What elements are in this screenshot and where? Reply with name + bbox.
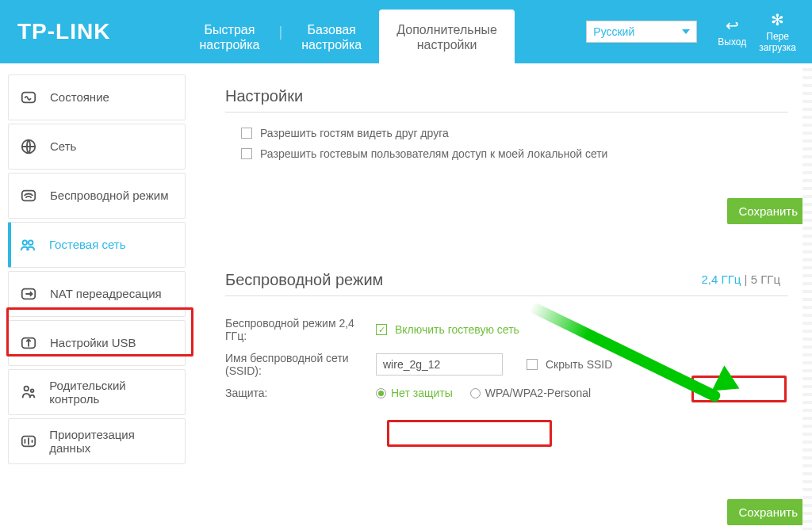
logout-icon: ↩ <box>718 16 746 35</box>
tab-separator: | <box>277 24 284 40</box>
nat-icon <box>18 284 39 304</box>
content-area: Настройки Разрешить гостям видеть друг д… <box>193 63 812 530</box>
sidebar: Состояние Сеть Беспроводной режим Гостев… <box>0 63 193 530</box>
svg-point-4 <box>29 241 33 246</box>
main-tabs: Быстрая настройка | Базовая настройка До… <box>182 0 572 63</box>
globe-icon <box>18 136 39 157</box>
sidebar-item-nat[interactable]: NAT переадресация <box>8 271 186 317</box>
radio-checked-icon <box>376 388 386 398</box>
wireless-24-label: Беспроводной режим 2,4 ГГц: <box>225 317 376 342</box>
svg-rect-0 <box>22 93 36 103</box>
hide-ssid-checkbox[interactable]: Скрыть SSID <box>527 358 612 371</box>
svg-point-8 <box>30 389 33 392</box>
top-header: TP-LINK Быстрая настройка | Базовая наст… <box>0 0 812 63</box>
freq-24-tab[interactable]: 2,4 ГГц <box>702 273 741 286</box>
tab-basic-setup[interactable]: Базовая настройка <box>284 10 379 63</box>
radio-icon <box>470 388 481 398</box>
reboot-icon: ✻ <box>759 10 796 29</box>
sidebar-item-network[interactable]: Сеть <box>8 124 186 170</box>
sidebar-item-qos[interactable]: Приоритезация данных <box>8 418 186 464</box>
allow-guests-see-checkbox[interactable]: Разрешить гостям видеть друг друга <box>241 127 788 139</box>
logout-button[interactable]: ↩ Выход <box>718 16 746 48</box>
tab-quick-setup[interactable]: Быстрая настройка <box>182 10 277 63</box>
parental-icon <box>18 382 38 402</box>
enable-guest-checkbox[interactable]: ✓ Включить гостевую сеть <box>376 323 519 336</box>
save-button-2[interactable]: Сохранить <box>727 499 809 525</box>
svg-point-3 <box>23 241 27 246</box>
ssid-label: Имя беспроводной сети (SSID): <box>225 352 376 377</box>
reboot-button[interactable]: ✻ Пере загрузка <box>759 10 796 53</box>
checkbox-icon <box>241 148 252 159</box>
logo: TP-LINK <box>17 19 110 44</box>
usb-icon <box>18 333 39 353</box>
sidebar-item-status[interactable]: Состояние <box>8 74 186 120</box>
qos-icon <box>18 431 38 452</box>
divider <box>225 112 788 112</box>
sidebar-item-guest-network[interactable]: Гостевая сеть <box>8 222 186 268</box>
svg-point-7 <box>24 387 29 391</box>
tab-advanced-setup[interactable]: Дополнительные настройки <box>379 10 515 63</box>
chevron-down-icon <box>682 29 690 34</box>
freq-5-tab[interactable]: 5 ГГц <box>751 273 780 286</box>
wpa-radio[interactable]: WPA/WPA2-Personal <box>470 387 591 399</box>
no-security-radio[interactable]: Нет защиты <box>376 387 453 399</box>
status-icon <box>18 87 39 108</box>
language-select[interactable]: Русский <box>586 21 697 43</box>
security-label: Защита: <box>225 387 376 399</box>
checkbox-icon <box>527 359 538 370</box>
save-button[interactable]: Сохранить <box>727 198 809 224</box>
sidebar-item-parental[interactable]: Родительский контроль <box>8 369 186 415</box>
settings-heading: Настройки <box>225 87 788 105</box>
checkbox-checked-icon: ✓ <box>376 324 387 335</box>
allow-local-access-checkbox[interactable]: Разрешить гостевым пользователям доступ … <box>241 147 788 160</box>
frequency-tabs[interactable]: 2,4 ГГц | 5 ГГц <box>697 271 785 288</box>
sidebar-item-usb[interactable]: Настройки USB <box>8 320 186 366</box>
checkbox-icon <box>241 128 252 139</box>
wifi-icon <box>18 185 39 206</box>
guest-icon <box>17 234 38 255</box>
torn-edge-decoration <box>802 63 812 530</box>
divider <box>225 296 788 296</box>
ssid-input[interactable] <box>376 353 503 376</box>
sidebar-item-wireless[interactable]: Беспроводной режим <box>8 173 186 219</box>
